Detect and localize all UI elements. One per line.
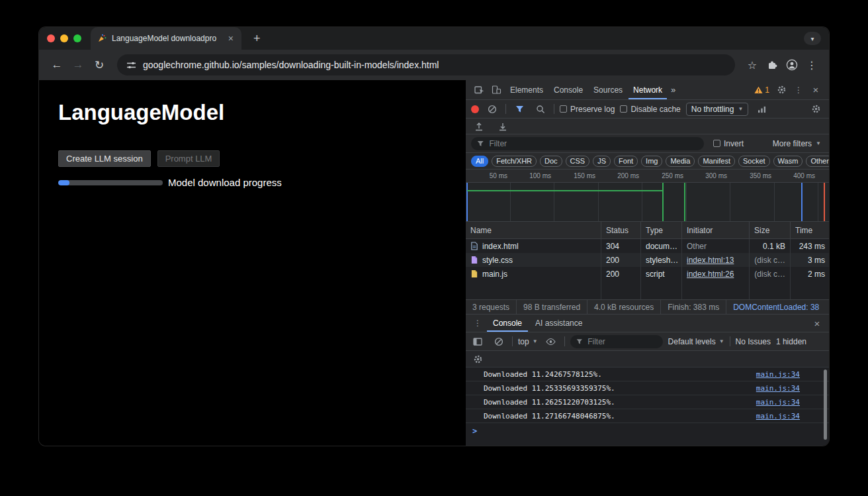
favicon-icon	[97, 34, 107, 43]
tick-label: 300 ms	[705, 172, 730, 179]
table-row[interactable]: style.css 200 stylesh… index.html:13 (di…	[466, 253, 829, 267]
timeline-request-bar	[467, 190, 664, 191]
throttling-value: No throttling	[691, 105, 734, 114]
filter-text-field[interactable]	[488, 138, 698, 149]
network-settings-gear-icon[interactable]	[808, 102, 824, 117]
console-filter-field[interactable]	[586, 336, 656, 347]
preserve-log-checkbox[interactable]: Preserve log	[560, 105, 615, 114]
minimize-window-button[interactable]	[60, 34, 68, 42]
stylesheet-file-icon	[470, 256, 478, 264]
network-conditions-icon[interactable]	[754, 102, 769, 117]
clear-console-icon[interactable]	[491, 334, 507, 349]
chip-all[interactable]: All	[471, 156, 488, 167]
column-status[interactable]: Status	[601, 222, 641, 238]
inspect-element-icon[interactable]	[471, 83, 487, 97]
export-har-icon[interactable]	[495, 119, 511, 134]
extensions-icon[interactable]	[763, 56, 781, 74]
prompt-llm-button[interactable]: Prompt LLM	[157, 150, 220, 167]
device-toolbar-icon[interactable]	[488, 83, 504, 97]
tab-console[interactable]: Console	[549, 80, 587, 99]
console-message-source-link[interactable]: main.js:34	[756, 370, 800, 379]
close-window-button[interactable]	[47, 34, 55, 42]
column-size[interactable]: Size	[750, 222, 791, 238]
chip-img[interactable]: Img	[641, 156, 662, 167]
drawer-menu-icon[interactable]: ⋮	[470, 316, 486, 330]
hidden-messages-count[interactable]: 1 hidden	[776, 337, 806, 346]
chip-fetch-xhr[interactable]: Fetch/XHR	[492, 156, 537, 167]
drawer-tab-ai-assistance[interactable]: AI assistance	[529, 315, 588, 332]
browser-tab[interactable]: LanguageModel downloadpro ×	[91, 27, 241, 50]
chip-js[interactable]: JS	[593, 156, 611, 167]
console-message-source-link[interactable]: main.js:34	[756, 398, 800, 407]
request-initiator-link[interactable]: index.html:26	[687, 270, 734, 279]
filter-toggle-icon[interactable]	[511, 102, 527, 117]
console-sidebar-toggle-icon[interactable]	[470, 334, 486, 349]
back-button[interactable]: ←	[47, 58, 67, 72]
clear-network-log-icon[interactable]	[484, 102, 500, 117]
console-prompt-chevron-icon[interactable]: >	[472, 426, 477, 436]
devtools-settings-gear-icon[interactable]	[773, 83, 789, 97]
devtools-menu-icon[interactable]: ⋮	[791, 83, 806, 97]
console-settings-gear-icon[interactable]	[470, 352, 486, 366]
column-name[interactable]: Name	[466, 222, 601, 238]
new-tab-button[interactable]: +	[249, 31, 265, 46]
execution-context-select[interactable]: top ▼	[518, 337, 538, 346]
log-levels-select[interactable]: Default levels ▼	[668, 337, 724, 346]
console-filter-input[interactable]	[570, 335, 663, 348]
chip-css[interactable]: CSS	[566, 156, 590, 167]
column-initiator[interactable]: Initiator	[682, 222, 750, 238]
table-row[interactable]: index.html 304 docum… Other 0.1 kB 243 m…	[466, 239, 829, 253]
forward-button[interactable]: →	[68, 58, 88, 72]
load-event-marker	[824, 183, 825, 221]
search-network-icon[interactable]	[533, 102, 548, 117]
chip-media[interactable]: Media	[666, 156, 695, 167]
import-har-icon[interactable]	[471, 119, 487, 134]
console-message: Downloaded 11.24267578125%. main.js:34	[466, 368, 829, 381]
network-filter-input[interactable]	[471, 137, 704, 150]
chip-manifest[interactable]: Manifest	[698, 156, 735, 167]
network-overview-timeline[interactable]: 50 ms 100 ms 150 ms 200 ms 250 ms 300 ms…	[466, 170, 829, 222]
drawer-tab-console[interactable]: Console	[487, 315, 528, 332]
checkbox-icon	[560, 105, 567, 113]
live-expression-eye-icon[interactable]	[543, 334, 559, 349]
chip-doc[interactable]: Doc	[540, 156, 562, 167]
drawer-close-icon[interactable]: ×	[809, 316, 825, 330]
profile-avatar-icon[interactable]	[783, 56, 801, 74]
bookmark-star-icon[interactable]: ☆	[743, 56, 761, 74]
console-message-source-link[interactable]: main.js:34	[756, 412, 800, 421]
browser-menu-icon[interactable]: ⋮	[803, 56, 821, 74]
more-filters-dropdown[interactable]: More filters ▼	[773, 139, 824, 148]
table-row[interactable]: main.js 200 script index.html:26 (disk c…	[466, 267, 829, 281]
chip-wasm[interactable]: Wasm	[773, 156, 803, 167]
window-controls	[39, 34, 91, 42]
column-type[interactable]: Type	[641, 222, 682, 238]
more-tabs-icon[interactable]: »	[668, 85, 678, 95]
tab-search-button[interactable]: ▾	[804, 32, 821, 45]
address-bar[interactable]: googlechrome.github.io/samples/downloadi…	[117, 54, 735, 75]
timeline-green-marker	[662, 183, 664, 221]
request-initiator-link[interactable]: index.html:13	[687, 256, 734, 265]
maximize-window-button[interactable]	[73, 34, 81, 42]
console-message-text: Downloaded 11.24267578125%.	[484, 370, 602, 379]
record-network-log-button[interactable]	[471, 105, 479, 113]
warnings-badge[interactable]: 1	[752, 85, 772, 95]
throttling-select[interactable]: No throttling ▼	[686, 103, 749, 116]
console-scrollbar[interactable]	[824, 370, 827, 440]
create-llm-session-button[interactable]: Create LLM session	[58, 150, 151, 167]
site-settings-icon[interactable]	[126, 60, 136, 70]
chip-socket[interactable]: Socket	[738, 156, 770, 167]
tab-elements[interactable]: Elements	[505, 80, 548, 99]
console-message-source-link[interactable]: main.js:34	[756, 384, 800, 393]
disable-cache-checkbox[interactable]: Disable cache	[620, 105, 680, 114]
tab-sources[interactable]: Sources	[589, 80, 627, 99]
devtools-close-icon[interactable]: ×	[808, 83, 824, 97]
chip-font[interactable]: Font	[614, 156, 638, 167]
tab-network[interactable]: Network	[629, 80, 667, 99]
column-time[interactable]: Time	[791, 222, 829, 238]
chip-other[interactable]: Other	[806, 156, 829, 167]
console-messages-area[interactable]: Downloaded 11.24267578125%. main.js:34 D…	[466, 368, 829, 446]
issues-link[interactable]: No Issues	[736, 337, 771, 346]
tab-close-icon[interactable]: ×	[226, 32, 236, 44]
invert-checkbox[interactable]: Invert	[713, 139, 744, 148]
reload-button[interactable]: ↻	[89, 58, 109, 72]
